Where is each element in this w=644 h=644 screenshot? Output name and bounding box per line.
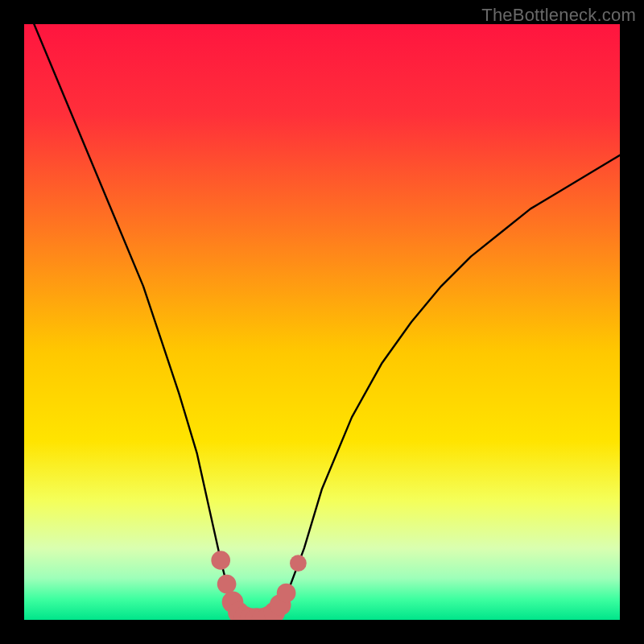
gradient-background: [24, 24, 620, 620]
marker-dot: [277, 584, 296, 603]
outer-frame: TheBottleneck.com: [0, 0, 644, 644]
marker-dot: [290, 555, 307, 572]
marker-dot: [217, 575, 237, 594]
watermark-text: TheBottleneck.com: [481, 5, 636, 26]
plot-area: [24, 24, 620, 620]
marker-dot: [211, 551, 230, 570]
chart-svg: [24, 24, 620, 620]
